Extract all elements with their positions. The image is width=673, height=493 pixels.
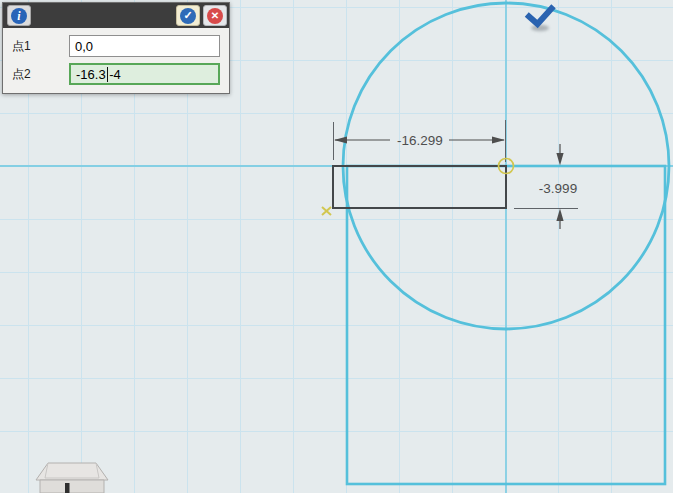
check-shadow <box>531 25 549 31</box>
close-x-icon: ✕ <box>207 8 223 24</box>
arrow-right <box>492 136 505 143</box>
point2-input[interactable]: -16.3-4 <box>69 63 220 85</box>
check-glyph <box>529 9 552 25</box>
point2-label: 点2 <box>12 66 69 83</box>
dialog-body: 点1 0,0 点2 -16.3-4 <box>3 28 229 93</box>
corner-cursor-marker <box>322 207 331 215</box>
arrow-down <box>556 153 563 166</box>
point2-value-before-caret: -16.3 <box>76 67 106 82</box>
dimension-horizontal[interactable]: -16.299 <box>334 120 506 162</box>
confirm-button[interactable]: ✓ <box>176 5 200 26</box>
point1-row: 点1 0,0 <box>12 35 220 57</box>
dimension-vertical-value[interactable]: -3.999 <box>539 181 577 196</box>
info-button[interactable]: i <box>7 5 31 26</box>
view-cube-front-face[interactable] <box>40 480 104 493</box>
dialog-titlebar: i ✓ ✕ <box>3 3 229 28</box>
dimension-vertical[interactable]: -3.999 <box>514 144 578 229</box>
confirm-check-icon: ✓ <box>180 8 196 24</box>
sketch-rectangle[interactable] <box>333 166 506 208</box>
point1-value: 0,0 <box>75 39 93 54</box>
close-button[interactable]: ✕ <box>203 5 227 26</box>
view-cube[interactable] <box>36 463 108 493</box>
point2-row: 点2 -16.3-4 <box>12 63 220 85</box>
point1-input[interactable]: 0,0 <box>69 35 220 57</box>
point2-value-after-caret: -4 <box>109 67 121 82</box>
info-icon: i <box>11 8 27 24</box>
view-cube-label-fragment <box>65 483 70 493</box>
arrow-up <box>556 209 563 222</box>
arrow-left <box>334 136 347 143</box>
point1-label: 点1 <box>12 38 69 55</box>
text-caret <box>107 67 109 82</box>
point-input-dialog: i ✓ ✕ 点1 0,0 点2 -16.3-4 <box>2 2 230 94</box>
confirm-check-icon[interactable] <box>529 9 552 32</box>
dimension-horizontal-value[interactable]: -16.299 <box>397 133 443 148</box>
